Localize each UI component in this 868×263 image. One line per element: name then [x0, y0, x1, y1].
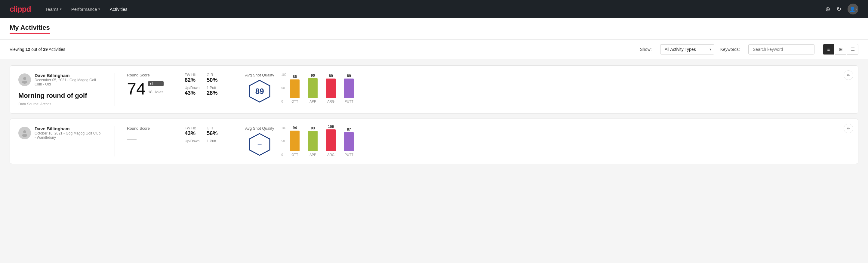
- bar-score: 106: [328, 124, 334, 129]
- y-label: 0: [281, 153, 287, 156]
- logo: clippd: [10, 4, 31, 14]
- bar-score: 87: [347, 127, 351, 132]
- sub-stats: FW Hit 62% GIR 50% Up/Down 43% 1 Putt 28…: [185, 73, 221, 96]
- chart-content: 100500 94 OTT 93 APP 106 ARG: [281, 126, 850, 156]
- avatar: [18, 127, 31, 139]
- svg-point-3: [23, 130, 26, 133]
- score-big: —: [127, 134, 136, 143]
- divider: [115, 126, 115, 156]
- y-label: 0: [281, 100, 287, 103]
- chart-bar-group: 93 APP: [308, 126, 318, 156]
- stats-grid: FW Hit 62% GIR 50% Up/Down 43% 1 Putt 28…: [185, 73, 221, 96]
- viewing-count-text: Viewing 12 out of 29 Activities: [10, 47, 65, 52]
- divider: [233, 126, 233, 156]
- sub-header: My Activities: [0, 18, 868, 40]
- bar: [326, 129, 336, 151]
- chart-bars: 94 OTT 93 APP 106 ARG 87 PUTT: [290, 126, 850, 156]
- stat-value: 62%: [185, 77, 199, 83]
- stats-section: Round Score 74 +4 18 Holes: [127, 73, 175, 97]
- main-nav: clippd Teams ▾ Performance ▾ Activities …: [0, 0, 868, 18]
- nav-label-activities: Activities: [110, 7, 127, 12]
- hexagon: 89: [248, 79, 272, 103]
- y-label: 100: [281, 73, 287, 77]
- chart-area: 100500 85 OTT 90 APP 89 ARG: [281, 73, 850, 103]
- stat-name: GIR: [207, 126, 221, 130]
- quality-label: Avg Shot Quality: [245, 126, 274, 130]
- y-axis: 100500: [281, 126, 288, 156]
- view-toggle-grid[interactable]: ⊞: [835, 44, 846, 55]
- chart-bars: 85 OTT 90 APP 89 ARG 89 PUTT: [290, 73, 850, 103]
- bar-label: ARG: [327, 153, 335, 156]
- user-row: Dave Billingham December 05, 2021 - Gog …: [18, 73, 102, 86]
- user-info: Dave Billingham October 16, 2021 - Gog M…: [35, 126, 102, 140]
- search-input[interactable]: [748, 44, 814, 55]
- bar-score: 94: [293, 126, 297, 130]
- user-date: December 05, 2021 - Gog Magog Golf Club …: [35, 78, 102, 86]
- chart-bar-group: 89 ARG: [326, 74, 336, 103]
- grid-view-icon: ⊞: [839, 47, 843, 52]
- edit-button[interactable]: ✏: [844, 124, 853, 133]
- bar: [290, 80, 300, 98]
- user-row: Dave Billingham October 16, 2021 - Gog M…: [18, 126, 102, 140]
- chart-bar-group: 87 PUTT: [344, 127, 354, 156]
- chart-bar-group: 85 OTT: [290, 75, 300, 103]
- nav-label-performance: Performance: [71, 7, 97, 12]
- round-score-row: —: [127, 134, 175, 143]
- bar: [326, 79, 336, 98]
- add-icon[interactable]: ⊕: [825, 5, 830, 12]
- svg-point-1: [22, 81, 27, 84]
- card-left: Dave Billingham December 05, 2021 - Gog …: [18, 73, 102, 106]
- nav-item-performance[interactable]: Performance ▾: [71, 5, 100, 13]
- view-toggle-compact[interactable]: ☰: [847, 44, 858, 55]
- sub-stats: FW Hit 43% GIR 56% Up/Down 1 Putt: [185, 126, 221, 143]
- user-avatar[interactable]: 👤 ▾: [847, 4, 858, 14]
- chevron-down-icon: ▾: [98, 7, 100, 11]
- round-score-row: 74 +4 18 Holes: [127, 80, 175, 97]
- stat-row: FW Hit 43%: [185, 126, 199, 137]
- round-score-label: Round Score: [127, 73, 175, 77]
- bar-label: OTT: [291, 99, 298, 103]
- stat-row: 1 Putt: [207, 139, 221, 143]
- bar: [344, 79, 354, 98]
- bar: [308, 131, 318, 151]
- activity-type-select-wrapper: All Activity Types ▾: [660, 44, 714, 55]
- bar-label: PUTT: [345, 153, 353, 156]
- chart-bar-group: 89 PUTT: [344, 74, 354, 103]
- view-toggle-list[interactable]: ≡: [823, 44, 834, 55]
- bar-score: 85: [293, 75, 297, 79]
- hexagon-score: 89: [255, 87, 264, 96]
- chevron-down-icon: ▾: [60, 7, 62, 11]
- chart-bar-group: 94 OTT: [290, 126, 300, 156]
- keywords-label: Keywords:: [720, 47, 740, 52]
- stats-section: Round Score —: [127, 126, 175, 143]
- edit-button[interactable]: ✏: [844, 70, 853, 80]
- nav-label-teams: Teams: [45, 7, 59, 12]
- stat-row: GIR 50%: [207, 73, 221, 83]
- svg-point-0: [23, 77, 26, 80]
- user-icon: 👤: [849, 6, 856, 12]
- holes-text: 18 Holes: [148, 90, 163, 94]
- activity-type-select[interactable]: All Activity Types: [660, 44, 714, 55]
- bar: [344, 132, 354, 151]
- bars-wrapper: 94 OTT 93 APP 106 ARG 87 PUTT: [290, 126, 850, 156]
- nav-item-activities[interactable]: Activities: [110, 5, 127, 13]
- chart-area: 100500 94 OTT 93 APP 106 ARG: [281, 126, 850, 156]
- nav-item-teams[interactable]: Teams ▾: [45, 5, 62, 13]
- stat-row: FW Hit 62%: [185, 73, 199, 83]
- bar-label: APP: [309, 99, 316, 103]
- stat-row: 1 Putt 28%: [207, 86, 221, 96]
- stat-name: 1 Putt: [207, 86, 221, 90]
- score-big: 74: [127, 80, 146, 97]
- user-date: October 16, 2021 - Gog Magog Golf Club -…: [35, 131, 102, 140]
- stats-grid: FW Hit 43% GIR 56% Up/Down 1 Putt: [185, 126, 221, 143]
- quality-block: Avg Shot Quality 89: [245, 73, 274, 103]
- chevron-down-icon: ▾: [856, 7, 857, 11]
- stat-value: 50%: [207, 77, 221, 83]
- y-label: 50: [281, 86, 287, 90]
- chart-bar-group: 106 ARG: [326, 124, 336, 156]
- y-axis: 100500: [281, 73, 288, 103]
- data-source: Data Source: Arccos: [18, 102, 102, 106]
- view-toggles: ≡ ⊞ ☰: [823, 44, 858, 55]
- stat-name: FW Hit: [185, 73, 199, 77]
- refresh-icon[interactable]: ↻: [836, 5, 841, 12]
